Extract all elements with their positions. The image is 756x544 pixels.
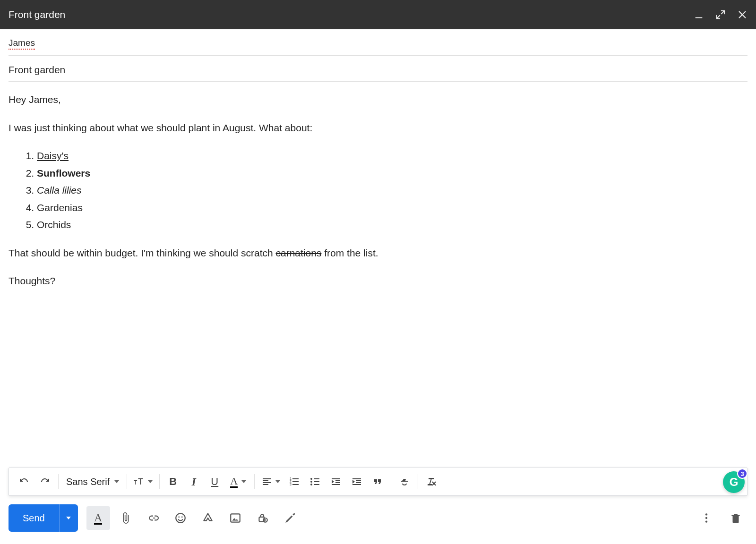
grammarly-glyph: G (730, 476, 739, 489)
bulleted-list-icon[interactable] (305, 471, 326, 492)
font-family-select[interactable]: Sans Serif (61, 476, 124, 487)
discard-draft-icon[interactable] (724, 506, 747, 530)
to-recipient[interactable]: James (9, 38, 35, 50)
formatting-toolbar: Sans Serif TT B I U A 123 (9, 468, 747, 496)
remove-formatting-icon[interactable] (421, 471, 442, 492)
font-family-label: Sans Serif (66, 476, 110, 487)
list-item: Gardenias (37, 200, 747, 215)
attach-file-icon[interactable] (114, 506, 137, 530)
formatting-options-icon[interactable]: A (86, 506, 110, 530)
body-greeting: Hey James, (9, 92, 747, 107)
svg-point-8 (310, 484, 312, 485)
font-size-icon[interactable]: TT (130, 471, 156, 492)
align-icon[interactable] (258, 471, 284, 492)
right-actions (695, 506, 747, 530)
minimize-icon[interactable] (694, 9, 704, 20)
redo-icon[interactable] (34, 471, 55, 492)
svg-point-10 (178, 516, 180, 518)
insert-drive-icon[interactable] (196, 506, 220, 530)
body-intro: I was just thinking about what we should… (9, 120, 747, 136)
window-controls (694, 9, 747, 20)
svg-point-7 (310, 481, 312, 483)
popout-restore-icon[interactable] (715, 9, 726, 20)
underline-icon[interactable]: U (204, 471, 225, 492)
svg-point-9 (176, 513, 185, 523)
bold-icon[interactable]: B (163, 471, 183, 492)
confidential-mode-icon[interactable] (251, 506, 275, 530)
close-icon[interactable] (737, 9, 747, 20)
chevron-down-icon (66, 517, 71, 519)
chevron-down-icon (148, 480, 153, 483)
subject-value[interactable]: Front garden (9, 64, 65, 75)
send-button-group: Send (9, 504, 78, 532)
quote-icon[interactable] (367, 471, 388, 492)
strikethrough-icon[interactable] (394, 471, 415, 492)
chevron-down-icon (241, 480, 246, 483)
list-item: Calla lilies (37, 183, 747, 198)
insert-photo-icon[interactable] (223, 506, 247, 530)
list-item: Sunflowers (37, 166, 747, 181)
chevron-down-icon (114, 480, 119, 483)
compose-title: Front garden (9, 9, 65, 20)
numbered-list-icon[interactable]: 123 (284, 471, 305, 492)
chevron-down-icon (275, 480, 280, 483)
svg-rect-0 (696, 17, 703, 18)
svg-point-16 (705, 517, 707, 519)
svg-point-15 (705, 513, 707, 515)
body-closing: Thoughts? (9, 273, 747, 289)
italic-icon[interactable]: I (183, 471, 204, 492)
svg-rect-12 (231, 514, 240, 522)
indent-more-icon[interactable] (346, 471, 367, 492)
insert-emoji-icon[interactable] (169, 506, 192, 530)
body-budget: That should be within budget. I'm thinki… (9, 246, 747, 261)
insert-link-icon[interactable] (141, 506, 165, 530)
svg-text:3: 3 (290, 483, 292, 486)
grammarly-badge[interactable]: G 3 (723, 471, 745, 493)
subject-field-row[interactable]: Front garden (9, 56, 747, 82)
text-color-icon[interactable]: A (225, 471, 251, 492)
svg-point-17 (705, 520, 707, 522)
compose-body[interactable]: Hey James, I was just thinking about wha… (0, 82, 756, 468)
compose-action-bar: Send A (0, 501, 756, 544)
more-options-icon[interactable] (695, 506, 718, 530)
compose-header-fields: James Front garden (0, 29, 756, 82)
list-item: Orchids (37, 217, 747, 232)
svg-point-6 (310, 478, 312, 480)
indent-less-icon[interactable] (326, 471, 346, 492)
list-item: Daisy's (37, 148, 747, 163)
svg-text:T: T (138, 477, 143, 486)
undo-icon[interactable] (14, 471, 34, 492)
compose-titlebar: Front garden (0, 0, 756, 29)
svg-text:T: T (134, 479, 137, 486)
svg-point-11 (181, 516, 183, 518)
send-button[interactable]: Send (9, 504, 59, 532)
body-list: Daisy's Sunflowers Calla lilies Gardenia… (37, 148, 747, 232)
grammarly-count: 3 (737, 468, 747, 479)
left-actions: Send A (9, 504, 302, 532)
send-more-button[interactable] (59, 504, 78, 532)
to-field-row[interactable]: James (9, 29, 747, 56)
insert-signature-icon[interactable] (278, 506, 302, 530)
